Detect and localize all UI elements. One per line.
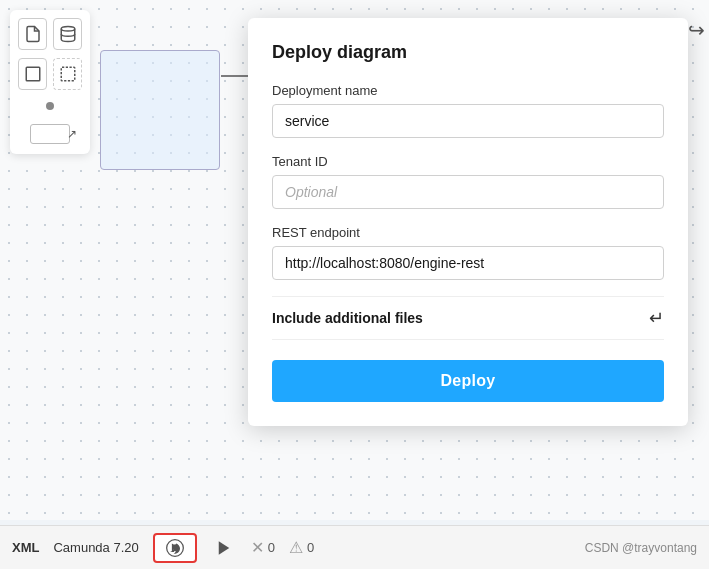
status-play-button[interactable] <box>211 535 237 561</box>
svg-point-0 <box>61 27 75 32</box>
tenant-id-label: Tenant ID <box>272 154 664 169</box>
dialog-title: Deploy diagram <box>272 42 664 63</box>
tool-document-btn[interactable] <box>18 18 47 50</box>
tool-dashed-rect-btn[interactable] <box>53 58 82 90</box>
rest-endpoint-label: REST endpoint <box>272 225 664 240</box>
rest-endpoint-group: REST endpoint <box>272 225 664 280</box>
deployment-name-input[interactable] <box>272 104 664 138</box>
status-xml-label: XML <box>12 540 39 555</box>
include-files-arrow-icon: ↵ <box>649 307 664 329</box>
tenant-id-group: Tenant ID <box>272 154 664 209</box>
svg-marker-5 <box>218 541 229 555</box>
toolbar-row-1 <box>18 18 82 50</box>
status-deploy-button[interactable] <box>153 533 197 563</box>
status-error-indicator: ✕ 0 <box>251 538 275 557</box>
tool-database-btn[interactable] <box>53 18 82 50</box>
status-bar: XML Camunda 7.20 ✕ 0 ⚠ 0 CSDN @trayvonta… <box>0 525 709 569</box>
status-warning-indicator: ⚠ 0 <box>289 538 314 557</box>
svg-rect-1 <box>26 67 40 81</box>
rest-endpoint-input[interactable] <box>272 246 664 280</box>
status-version-label: Camunda 7.20 <box>53 540 138 555</box>
include-files-row[interactable]: Include additional files ↵ <box>272 296 664 340</box>
status-warning-count: 0 <box>307 540 314 555</box>
status-right-label: CSDN @trayvontang <box>585 541 697 555</box>
toolbar-connector-row: ↗ <box>18 122 82 146</box>
deploy-dialog: Deploy diagram Deployment name Tenant ID… <box>248 18 688 426</box>
deployment-name-group: Deployment name <box>272 83 664 138</box>
status-warning-icon: ⚠ <box>289 538 303 557</box>
deployment-name-label: Deployment name <box>272 83 664 98</box>
tenant-id-input[interactable] <box>272 175 664 209</box>
toolbar-dot <box>18 98 82 114</box>
status-error-icon: ✕ <box>251 538 264 557</box>
svg-rect-2 <box>61 67 75 81</box>
toolbar-row-2 <box>18 58 82 90</box>
top-right-arrow: ↪ <box>688 18 705 42</box>
canvas-diagram-element <box>100 50 220 170</box>
deploy-button[interactable]: Deploy <box>272 360 664 402</box>
left-toolbar: ↗ <box>10 10 90 154</box>
status-error-count: 0 <box>268 540 275 555</box>
include-files-label: Include additional files <box>272 310 423 326</box>
tool-rect-btn[interactable] <box>18 58 47 90</box>
